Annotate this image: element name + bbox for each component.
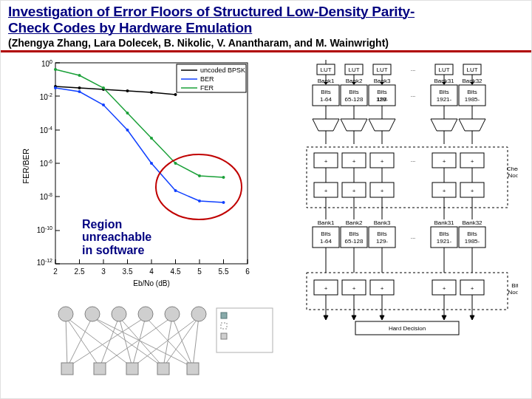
svg-text:Bits: Bits — [321, 231, 330, 237]
svg-text:+: + — [471, 188, 474, 194]
svg-line-203 — [67, 317, 146, 367]
svg-text:+: + — [471, 158, 474, 165]
svg-marker-192 — [442, 316, 446, 320]
svg-text:Bits: Bits — [467, 231, 477, 237]
svg-point-57 — [198, 200, 201, 202]
svg-text:Bits: Bits — [439, 89, 449, 95]
svg-text:Bank3: Bank3 — [374, 78, 391, 84]
svg-point-50 — [222, 176, 225, 179]
check-node-row: + + + ... + + — [314, 153, 484, 197]
svg-text:1-64: 1-64 — [320, 96, 332, 103]
svg-line-196 — [66, 317, 132, 367]
lut-row: LUT LUT LUT ... — [317, 60, 481, 85]
slide-title: Investigation of Error Floors of Structu… — [8, 4, 524, 37]
svg-point-214 — [112, 307, 126, 321]
svg-text:Bits: Bits — [377, 231, 386, 237]
svg-point-48 — [174, 162, 177, 165]
svg-text:...: ... — [411, 92, 416, 98]
title-block: Investigation of Error Floors of Structu… — [1, 1, 531, 37]
svg-text:Bits: Bits — [467, 89, 477, 95]
svg-text:3.5: 3.5 — [123, 267, 133, 276]
xlabel: Eb/No (dB) — [133, 279, 169, 287]
bit-node-row: + + + + + — [314, 280, 484, 295]
svg-text:+: + — [324, 285, 328, 292]
bank-row-top: Bank1 Bits 1-64 Bank2 Bits 65-128 Bank3 … — [313, 78, 485, 106]
svg-text:2.5: 2.5 — [75, 267, 85, 276]
annotation-note: Region unreachable in software — [82, 218, 151, 257]
svg-point-45 — [102, 86, 105, 89]
svg-text:4.5: 4.5 — [171, 267, 181, 276]
svg-text:10-12: 10-12 — [37, 258, 52, 267]
svg-text:Bank32: Bank32 — [462, 219, 482, 226]
svg-text:1921-: 1921- — [437, 238, 452, 245]
svg-marker-190 — [352, 316, 356, 320]
svg-marker-106 — [459, 119, 485, 131]
svg-text:2: 2 — [53, 267, 58, 276]
svg-rect-221 — [157, 363, 169, 375]
svg-text:65-128: 65-128 — [345, 238, 364, 245]
svg-text:LUT: LUT — [438, 66, 449, 73]
svg-point-47 — [150, 137, 153, 140]
slide-root: Investigation of Error Floors of Structu… — [0, 0, 532, 399]
svg-point-52 — [78, 90, 81, 93]
svg-point-40 — [126, 89, 129, 92]
svg-point-58 — [222, 201, 225, 204]
title-line-1: Investigation of Error Floors of Structu… — [8, 4, 415, 19]
svg-point-56 — [174, 189, 177, 192]
svg-text:Bank2: Bank2 — [346, 219, 363, 226]
svg-text:Bits: Bits — [321, 89, 330, 95]
svg-text:...: ... — [411, 66, 416, 72]
svg-text:+: + — [324, 188, 328, 194]
note-l3: in software — [82, 244, 144, 256]
svg-text:LUT: LUT — [348, 66, 359, 73]
svg-line-194 — [66, 317, 67, 367]
svg-text:100: 100 — [41, 59, 52, 68]
svg-text:+: + — [381, 285, 384, 292]
svg-rect-226 — [221, 333, 227, 339]
svg-text:+: + — [381, 158, 384, 165]
svg-rect-220 — [126, 363, 138, 375]
svg-text:Bank32: Bank32 — [462, 78, 482, 84]
bit-node-label: BitNode — [508, 282, 518, 296]
svg-text:5: 5 — [197, 267, 202, 276]
svg-marker-191 — [380, 316, 384, 320]
svg-point-54 — [126, 129, 129, 132]
svg-text:6: 6 — [245, 267, 250, 276]
svg-text:10-6: 10-6 — [40, 159, 52, 168]
authors-line: (Zhengya Zhang, Lara Dolecek, B. Nikolic… — [1, 37, 531, 50]
svg-marker-104 — [369, 119, 395, 131]
svg-text:LUT: LUT — [376, 66, 387, 73]
svg-point-46 — [126, 112, 129, 115]
svg-marker-189 — [324, 316, 328, 320]
permute-top — [313, 106, 485, 144]
svg-point-44 — [78, 74, 81, 77]
ylabel: FER/BER — [21, 149, 30, 184]
svg-text:10-2: 10-2 — [40, 92, 52, 101]
legend-item-1: BER — [200, 75, 214, 83]
content-area: 100 10-2 10-4 10-6 10-8 10-10 10-12 2 — [1, 52, 531, 392]
svg-text:+: + — [324, 158, 328, 165]
svg-text:...: ... — [411, 157, 416, 163]
svg-point-49 — [198, 174, 201, 177]
svg-text:Bank31: Bank31 — [434, 78, 454, 84]
svg-text:5.5: 5.5 — [219, 267, 229, 276]
svg-text:1985-: 1985- — [465, 238, 480, 245]
svg-text:+: + — [352, 285, 356, 292]
svg-point-42 — [174, 93, 177, 96]
svg-text:Bits: Bits — [439, 231, 449, 237]
note-l1: Region — [82, 218, 122, 231]
svg-text:...: ... — [411, 233, 416, 240]
svg-text:+: + — [471, 285, 474, 292]
tanner-graph — [45, 304, 282, 385]
svg-text:129-: 129- — [376, 238, 388, 245]
svg-text:Bits: Bits — [349, 231, 358, 237]
svg-text:+: + — [443, 188, 446, 194]
svg-point-217 — [191, 307, 206, 321]
svg-point-51 — [54, 86, 57, 89]
svg-point-41 — [150, 91, 153, 94]
svg-text:Bank1: Bank1 — [318, 78, 335, 84]
svg-text:LUT: LUT — [466, 66, 477, 73]
svg-text:+: + — [381, 188, 384, 194]
svg-text:+: + — [352, 188, 356, 194]
svg-point-213 — [85, 307, 100, 321]
